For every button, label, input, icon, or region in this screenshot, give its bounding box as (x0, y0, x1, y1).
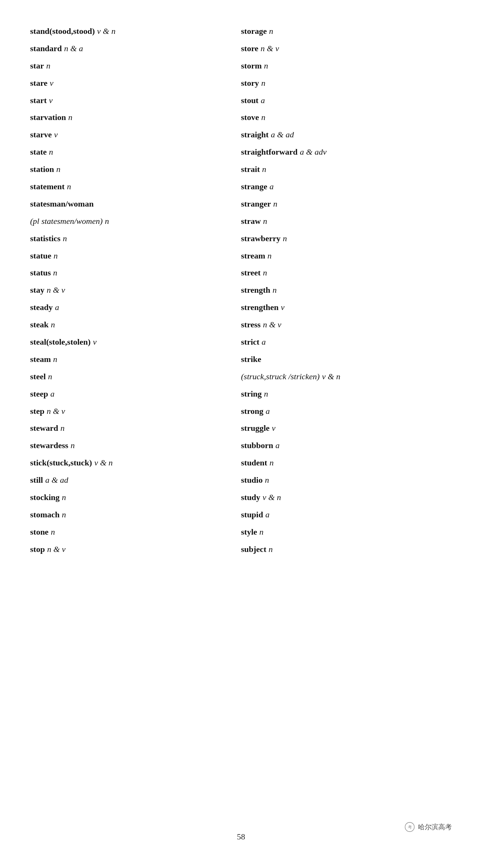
dictionary-columns: stand(stood,stood)v & nstandardn & astar… (30, 23, 452, 558)
word: stout (241, 94, 258, 106)
pos-label: n (268, 543, 273, 555)
list-item: stylen (241, 523, 452, 541)
word: steady (30, 301, 53, 313)
word: stewardess (30, 439, 68, 451)
list-item: starev (30, 74, 241, 92)
word: strong (241, 405, 264, 417)
pos-label: a (270, 181, 274, 193)
list-item: steal(stole,stolen)v (30, 333, 241, 351)
left-column: stand(stood,stood)v & nstandardn & astar… (30, 23, 241, 558)
list-item: statusn (30, 264, 241, 281)
pos-label: n (259, 526, 264, 538)
right-column: storagenstoren & vstormnstorynstoutastov… (241, 23, 452, 558)
pos-label: n (263, 267, 267, 279)
list-item: strengthn (241, 281, 452, 299)
pos-label: a (50, 388, 55, 400)
list-item: stewardn (30, 420, 241, 437)
list-item: studion (241, 471, 452, 489)
word: steak (30, 319, 49, 331)
pos-label: n & v (47, 284, 65, 296)
pos-label: v & n (322, 371, 340, 383)
list-item: strawn (241, 213, 452, 230)
pos-label: n (62, 509, 66, 521)
page-content: stand(stood,stood)v & nstandardn & astar… (0, 0, 482, 596)
word: statement (30, 181, 65, 193)
word: studio (241, 474, 262, 486)
pos-label: n (264, 388, 268, 400)
pos-label: n (261, 111, 265, 123)
list-item: starn (30, 57, 241, 74)
pos-label: n (61, 422, 65, 434)
word: stand(stood,stood) (30, 25, 95, 37)
pos-label: a (265, 509, 270, 521)
word: steal(stole,stolen) (30, 336, 91, 348)
word: stop (30, 543, 45, 555)
word: statesman/woman (30, 198, 94, 210)
pos-label: a (55, 301, 59, 313)
word: strait (241, 163, 260, 175)
word: status (30, 267, 51, 279)
list-item: startv (30, 92, 241, 109)
pos-label: n (270, 457, 274, 469)
list-item: stayn & v (30, 281, 241, 299)
word: street (241, 267, 261, 279)
word: strawberry (241, 233, 281, 245)
list-item: straightforwarda & adv (241, 143, 452, 161)
watermark-text: 哈尔滨高考 (418, 822, 452, 832)
pos-label: n (261, 77, 265, 89)
pos-label: v (50, 77, 53, 89)
list-item: stricta (241, 333, 452, 351)
word: strange (241, 181, 267, 193)
pos-label: n (51, 319, 55, 331)
pos-label: a (266, 405, 270, 417)
word: subject (241, 543, 266, 555)
list-item: storyn (241, 74, 452, 92)
list-item: stomachn (30, 506, 241, 523)
pos-label: n (63, 233, 67, 245)
pos-label: n (273, 198, 277, 210)
list-item: stewardessn (30, 437, 241, 454)
pos-label: n (262, 163, 266, 175)
word: statue (30, 250, 51, 262)
watermark-icon: 考 (404, 822, 415, 832)
list-item: steepa (30, 385, 241, 403)
pos-label: n (263, 215, 267, 227)
word: stocking (30, 491, 59, 503)
list-item: steeln (30, 368, 241, 385)
word: starve (30, 129, 52, 141)
list-item: starvev (30, 126, 241, 143)
list-item: streamn (241, 247, 452, 265)
word: steep (30, 388, 48, 400)
svg-text:考: 考 (408, 825, 412, 829)
list-item: starvationn (30, 109, 241, 126)
pos-label: n (56, 163, 61, 175)
pos-label: n (68, 111, 72, 123)
list-item: stronga (241, 403, 452, 420)
word: steel (30, 371, 46, 383)
word: stomach (30, 509, 59, 521)
word: statistics (30, 233, 61, 245)
pos-label: n (273, 284, 277, 296)
word: stress (241, 319, 261, 331)
list-item: stockingn (30, 489, 241, 506)
list-item: stick(stuck,stuck)v & n (30, 454, 241, 471)
pos-label: n & a (64, 43, 83, 55)
list-item: stepn & v (30, 403, 241, 420)
list-item: stoven (241, 109, 452, 126)
list-item: statisticsn (30, 230, 241, 247)
word: stubborn (241, 439, 273, 451)
word: stove (241, 111, 259, 123)
list-item: stringn (241, 385, 452, 403)
word: stream (241, 250, 265, 262)
word: stranger (241, 198, 271, 210)
pos-label: v (272, 422, 276, 434)
list-item: statuen (30, 247, 241, 265)
list-item: stilla & ad (30, 471, 241, 489)
pos-label: v & n (94, 457, 113, 469)
word: storage (241, 25, 267, 37)
list-item: standardn & a (30, 40, 241, 57)
list-item: stormn (241, 57, 452, 74)
word: study (241, 491, 260, 503)
word: standard (30, 43, 62, 55)
word: stone (30, 526, 49, 538)
